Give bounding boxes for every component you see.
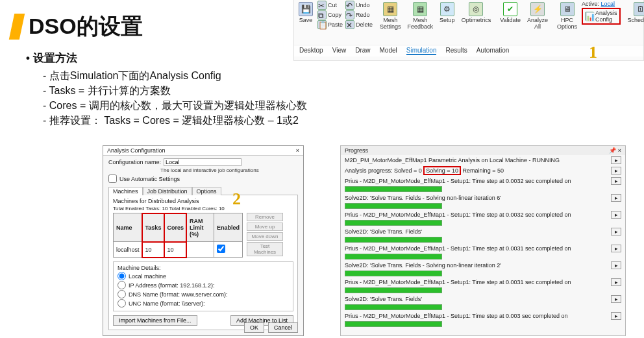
cores-cell[interactable]: 10 (164, 242, 187, 258)
copy-button[interactable]: ⧉Copy (317, 10, 343, 19)
use-auto-checkbox[interactable] (108, 175, 117, 183)
progress-expand-button[interactable]: ▸ (611, 261, 621, 269)
bullet-sub-1: Tasks = 并行计算的方案数 (43, 84, 307, 98)
progress-item: M2D_PM_MotorMode_EffMap1 Parametric Anal… (345, 156, 621, 164)
tab-machines[interactable]: Machines (108, 187, 143, 195)
remove-button[interactable]: Remove (247, 213, 283, 221)
progress-item: Analysis progress: Solved = 0 Solving = … (345, 166, 621, 175)
progress-expand-button[interactable]: ▸ (611, 295, 621, 303)
progress-item: Prius - M2D_PM_MotorMode_EffMap1 - Setup… (345, 312, 621, 327)
radio-ip[interactable] (118, 281, 126, 289)
hpc-options-button[interactable]: 🖥HPCOptions (555, 1, 579, 32)
enabled-checkbox[interactable] (217, 245, 225, 253)
tab-desktop[interactable]: Desktop (299, 47, 323, 55)
pin-icon[interactable]: 📌 (609, 147, 616, 154)
mesh-feedback-icon: ▦ (413, 2, 427, 16)
cut-icon: ✂ (317, 1, 327, 10)
analyze-icon: ⚡ (530, 2, 545, 16)
table-row[interactable]: localhost 10 10 (114, 242, 243, 258)
bullet-sub-2: Cores = 调用的核心数，最大可设置为逻辑处理器核心数 (43, 99, 307, 113)
undo-button[interactable]: ↶Undo (345, 1, 373, 10)
redo-button[interactable]: ↷Redo (345, 10, 373, 19)
paste-icon: 📋 (317, 20, 327, 29)
progress-item: Prius - M2D_PM_MotorMode_EffMap1 - Setup… (345, 245, 621, 260)
progress-expand-button[interactable]: ▸ (611, 167, 621, 175)
progress-bar (345, 304, 442, 310)
movedown-button[interactable]: Move down (247, 232, 283, 241)
save-icon: 💾 (299, 2, 313, 16)
radio-dns[interactable] (118, 290, 126, 298)
progress-expand-button[interactable]: ▸ (611, 156, 621, 164)
active-value[interactable]: Local (601, 1, 615, 7)
machine-details-label: Machine Details: (118, 265, 289, 271)
mesh-settings-button[interactable]: ▦MeshSettings (378, 1, 403, 32)
tab-view[interactable]: View (332, 47, 347, 55)
moveup-button[interactable]: Move up (247, 223, 283, 231)
progress-expand-button[interactable]: ▸ (611, 278, 621, 286)
analysis-config-button[interactable]: 📊 Analysis Config (582, 8, 621, 25)
optimetrics-button[interactable]: ◎Optimetrics (460, 1, 493, 25)
config-name-input[interactable] (164, 158, 242, 166)
tab-draw[interactable]: Draw (355, 47, 370, 55)
annotation-1: 1 (589, 43, 597, 62)
save-button[interactable]: 💾 Save (297, 1, 315, 25)
progress-text: Prius - M2D_PM_MotorMode_EffMap1 - Setup… (345, 178, 571, 184)
close-icon[interactable]: × (296, 147, 299, 154)
config-name-label: Configuration name: (108, 159, 161, 165)
progress-bar (345, 254, 442, 260)
bullet-section: 设置方法 点击Simulation下面的Analysis Config Task… (26, 51, 307, 129)
progress-text: M2D_PM_MotorMode_EffMap1 Parametric Anal… (345, 157, 560, 163)
tab-options[interactable]: Options (192, 187, 221, 195)
test-machines-button[interactable]: Test Machines (247, 242, 283, 256)
progress-item: Solve2D: 'Solve Trans. Fields - Solving … (345, 194, 621, 209)
active-config-group: Active: Local 📊 Analysis Config (582, 1, 621, 25)
tab-automation[interactable]: Automation (477, 47, 510, 55)
progress-expand-button[interactable]: ▸ (611, 211, 621, 219)
scheduler-button[interactable]: 🗓Scheduler (626, 1, 644, 25)
title-accent (9, 14, 25, 40)
progress-bar (345, 203, 442, 209)
progress-text: Prius - M2D_PM_MotorMode_EffMap1 - Setup… (345, 313, 568, 319)
optimetrics-icon: ◎ (469, 2, 483, 16)
progress-expand-button[interactable]: ▸ (611, 228, 621, 235)
import-machines-button[interactable]: Import Machines from File... (113, 315, 197, 326)
progress-text: Prius - M2D_PM_MotorMode_EffMap1 - Setup… (345, 245, 571, 252)
validate-button[interactable]: ✔Validate (498, 1, 523, 25)
clipboard-group: ✂Cut ⧉Copy 📋Paste (317, 1, 343, 29)
cancel-button[interactable]: Cancel (268, 322, 298, 333)
group-label: Machines for Distributed Analysis (113, 198, 293, 204)
progress-item: Prius - M2D_PM_MotorMode_EffMap1 - Setup… (345, 211, 621, 226)
progress-title: Progress (345, 147, 368, 154)
ok-button[interactable]: OK (244, 322, 264, 333)
setup-button[interactable]: ⚙Setup (438, 1, 457, 25)
close-icon[interactable]: × (618, 147, 621, 154)
tab-results[interactable]: Results (445, 47, 467, 55)
radio-unc[interactable] (118, 299, 126, 308)
config-subtitle: The local and interactive job configurat… (160, 167, 298, 173)
progress-expand-button[interactable]: ▸ (611, 245, 621, 252)
analyze-all-button[interactable]: ⚡AnalyzeAll (525, 1, 550, 32)
totals-label: Total Enabled Tasks: 10 Total Enabled Co… (113, 206, 293, 211)
progress-expand-button[interactable]: ▸ (611, 177, 621, 185)
progress-bar (345, 287, 442, 293)
delete-button[interactable]: ✕Delete (345, 20, 373, 29)
tab-simulation[interactable]: Simulation (406, 47, 437, 55)
machines-table[interactable]: Name Tasks Cores RAM Limit (%) Enabled l… (113, 213, 243, 258)
scheduler-icon: 🗓 (634, 2, 644, 16)
progress-item: Prius - M2D_PM_MotorMode_EffMap1 - Setup… (345, 177, 621, 192)
radio-local[interactable] (118, 272, 126, 280)
tab-model[interactable]: Model (380, 47, 397, 55)
cut-button[interactable]: ✂Cut (317, 1, 343, 10)
paste-button[interactable]: 📋Paste (317, 20, 343, 29)
progress-text: Solve2D: 'Solve Trans. Fields' (345, 296, 422, 302)
solving-highlight: Solving = 10 (423, 166, 461, 175)
mesh-feedback-button[interactable]: ▦MeshFeedback (406, 1, 436, 32)
progress-bar (345, 220, 442, 226)
redo-icon: ↷ (345, 10, 354, 19)
tasks-cell[interactable]: 10 (142, 242, 164, 258)
progress-expand-button[interactable]: ▸ (611, 194, 621, 202)
progress-expand-button[interactable]: ▸ (611, 312, 621, 320)
tab-job-dist[interactable]: Job Distribution (143, 187, 192, 195)
progress-text: Prius - M2D_PM_MotorMode_EffMap1 - Setup… (345, 279, 571, 285)
title-text: DSO的设置 (29, 12, 143, 42)
